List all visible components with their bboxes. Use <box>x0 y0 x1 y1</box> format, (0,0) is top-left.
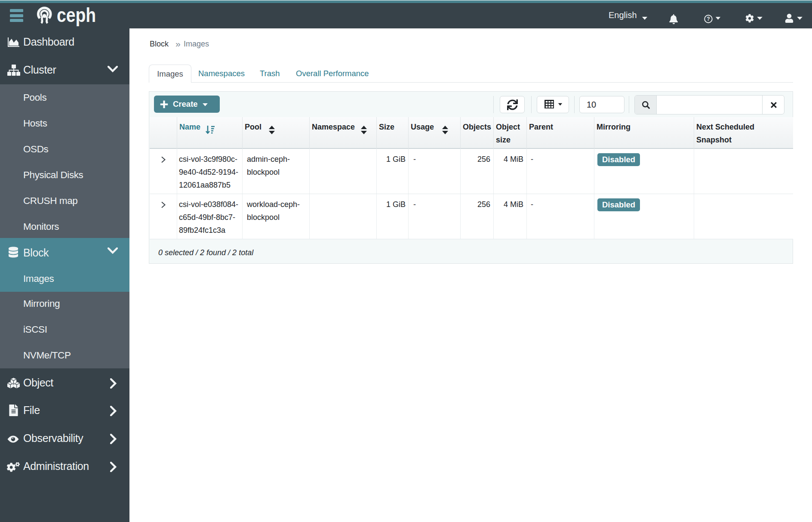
svg-text:?: ? <box>707 16 710 22</box>
